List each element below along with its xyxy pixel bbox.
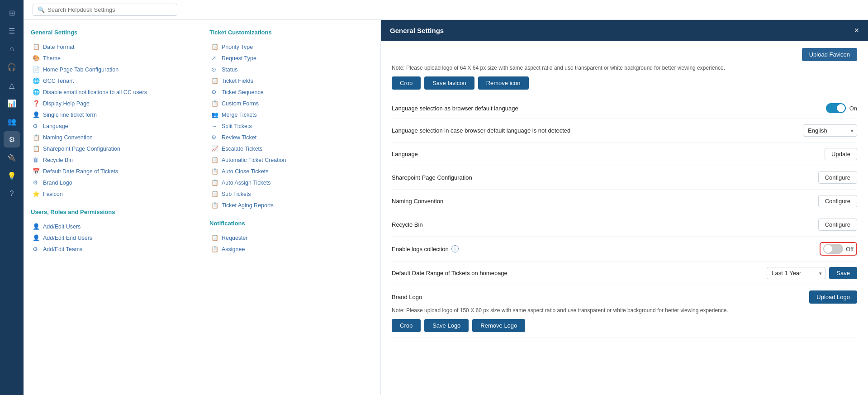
sidebar-item-brand-logo[interactable]: ⚙ Brand Logo bbox=[31, 177, 194, 188]
logs-info-icon[interactable]: i bbox=[451, 245, 459, 252]
sidebar-item-requester[interactable]: 📋 Requester bbox=[209, 232, 373, 243]
recycle-bin-button[interactable]: Configure bbox=[818, 219, 857, 231]
language-fallback-control: English French German Spanish bbox=[803, 124, 857, 137]
sidebar-item-single-line[interactable]: 👤 Single line ticket form bbox=[31, 109, 194, 120]
naming-convention-label: Naming Convention bbox=[392, 198, 443, 205]
ticket-sequence-icon: ⚙ bbox=[211, 89, 218, 95]
logs-toggle-highlight: Off bbox=[820, 242, 857, 256]
sidebar-item-language[interactable]: ⚙ Language bbox=[31, 120, 194, 132]
language-icon: ⚙ bbox=[33, 123, 40, 129]
headset-icon[interactable]: 🎧 bbox=[4, 59, 20, 75]
sidebar-item-date-range[interactable]: 📅 Default Date Range of Tickets bbox=[31, 166, 194, 177]
alert-icon[interactable]: △ bbox=[4, 77, 20, 93]
chart-icon[interactable]: 📊 bbox=[4, 95, 20, 111]
naming-convention-button[interactable]: Configure bbox=[818, 195, 857, 207]
sidebar-item-recycle[interactable]: 🗑 Recycle Bin bbox=[31, 154, 194, 166]
auto-close-icon: 📋 bbox=[211, 168, 218, 175]
menu-icon[interactable]: ☰ bbox=[4, 23, 20, 39]
sidebar-item-naming[interactable]: 📋 Naming Convention bbox=[31, 132, 194, 143]
language-update-button[interactable]: Update bbox=[825, 148, 857, 160]
language-fallback-select[interactable]: English French German Spanish bbox=[803, 124, 857, 137]
settings-content: General Settings 📋 Date Format 🎨 Theme 📄… bbox=[24, 20, 868, 395]
home-icon[interactable]: ⌂ bbox=[4, 41, 20, 57]
sidebar-item-assignee[interactable]: 📋 Assignee bbox=[209, 243, 373, 255]
plugin-icon[interactable]: 🔌 bbox=[4, 149, 20, 166]
gear-icon[interactable]: ⚙ bbox=[4, 131, 20, 148]
date-range-select[interactable]: Last 1 Year Last 6 Months Last 3 Months … bbox=[767, 267, 825, 279]
sidebar-item-theme[interactable]: 🎨 Theme bbox=[31, 52, 194, 64]
sidebar-item-favicon[interactable]: ⭐ Favicon bbox=[31, 188, 194, 200]
recycle-bin-label: Recycle Bin bbox=[392, 221, 423, 228]
sidebar-item-add-end-users[interactable]: 👤 Add/Edit End Users bbox=[31, 232, 194, 243]
language-fallback-label: Language selection in case browser defau… bbox=[392, 127, 570, 134]
sidebar-item-auto-assign[interactable]: 📋 Auto Assign Tickets bbox=[209, 177, 373, 188]
sharepoint-configure-button[interactable]: Configure bbox=[818, 171, 857, 184]
crop-logo-button[interactable]: Crop bbox=[392, 319, 421, 332]
sidebar-item-ticket-sequence[interactable]: ⚙ Ticket Sequence bbox=[209, 86, 373, 98]
add-users-icon: 👤 bbox=[33, 223, 40, 230]
upload-logo-button[interactable]: Upload Logo bbox=[809, 290, 857, 304]
lightbulb-icon[interactable]: 💡 bbox=[4, 167, 20, 184]
sidebar-item-request-type[interactable]: ↗ Request Type bbox=[209, 52, 373, 64]
question-icon[interactable]: ? bbox=[4, 186, 20, 202]
sidebar-item-auto-ticket-creation[interactable]: 📋 Automatic Ticket Creation bbox=[209, 154, 373, 166]
theme-icon: 🎨 bbox=[33, 55, 40, 62]
search-input[interactable] bbox=[47, 6, 172, 13]
sidebar-item-add-users[interactable]: 👤 Add/Edit Users bbox=[31, 221, 194, 232]
sidebar-item-split-tickets[interactable]: ↔ Split Tickets bbox=[209, 120, 373, 132]
settings-right-panel: General Settings × Upload Favicon Note: … bbox=[381, 20, 868, 395]
language-update-label: Language bbox=[392, 151, 418, 157]
brand-logo-action-buttons: Crop Save Logo Remove Logo bbox=[392, 319, 857, 332]
logs-toggle-label: Off bbox=[846, 246, 854, 252]
naming-convention-row: Naming Convention Configure bbox=[392, 190, 857, 213]
language-browser-toggle[interactable] bbox=[826, 103, 846, 113]
main-area: 🔍 General Settings 📋 Date Format 🎨 Theme… bbox=[24, 0, 868, 395]
notifications-title: Notifications bbox=[209, 220, 373, 227]
sidebar-item-escalate[interactable]: 📈 Escalate Tickets bbox=[209, 143, 373, 154]
upload-favicon-button[interactable]: Upload Favicon bbox=[802, 48, 857, 61]
users-icon[interactable]: 👥 bbox=[4, 113, 20, 129]
sidebar-item-display-help[interactable]: ❓ Display Help Page bbox=[31, 98, 194, 109]
sidebar-item-disable-email[interactable]: 🌐 Disable email notifications to all CC … bbox=[31, 86, 194, 98]
requester-icon: 📋 bbox=[211, 234, 218, 241]
sidebar-item-ticket-aging[interactable]: 📋 Ticket Aging Reports bbox=[209, 200, 373, 211]
status-icon: ⊙ bbox=[211, 66, 218, 73]
sidebar-item-status[interactable]: ⊙ Status bbox=[209, 64, 373, 75]
modal-body: Upload Favicon Note: Please upload logo … bbox=[381, 41, 868, 395]
sharepoint-icon: 📋 bbox=[33, 145, 40, 152]
brand-logo-section: Brand Logo Upload Logo Note: Please uplo… bbox=[392, 285, 857, 338]
sidebar-item-add-teams[interactable]: ⚙ Add/Edit Teams bbox=[31, 243, 194, 255]
modal-header: General Settings × bbox=[381, 20, 868, 41]
recycle-icon: 🗑 bbox=[33, 157, 40, 163]
ticket-customizations-col: Ticket Customizations 📋 Priority Type ↗ … bbox=[202, 20, 380, 395]
sidebar-item-sub-tickets[interactable]: 📋 Sub Tickets bbox=[209, 188, 373, 200]
sidebar-item-date-format[interactable]: 📋 Date Format bbox=[31, 41, 194, 52]
sidebar-item-review-ticket[interactable]: ⚙ Review Ticket bbox=[209, 132, 373, 143]
sidebar-item-auto-close[interactable]: 📋 Auto Close Tickets bbox=[209, 166, 373, 177]
home-tab-icon: 📄 bbox=[33, 66, 40, 73]
save-favicon-button[interactable]: Save favicon bbox=[424, 76, 474, 90]
brand-logo-icon: ⚙ bbox=[33, 179, 40, 186]
date-range-save-button[interactable]: Save bbox=[829, 267, 857, 279]
sidebar-item-sharepoint[interactable]: 📋 Sharepoint Page Configuration bbox=[31, 143, 194, 154]
sidebar-item-priority[interactable]: 📋 Priority Type bbox=[209, 41, 373, 52]
logs-toggle[interactable] bbox=[823, 244, 843, 254]
language-fallback-row: Language selection in case browser defau… bbox=[392, 119, 857, 143]
sidebar-item-merge-tickets[interactable]: 👥 Merge Tickets bbox=[209, 109, 373, 120]
close-button[interactable]: × bbox=[854, 26, 859, 34]
date-range-select-wrapper: Last 1 Year Last 6 Months Last 3 Months … bbox=[767, 267, 825, 279]
sidebar-item-ticket-fields[interactable]: 📋 Ticket Fields bbox=[209, 75, 373, 86]
logs-collection-row: Enable logs collection i Off bbox=[392, 237, 857, 262]
escalate-icon: 📈 bbox=[211, 145, 218, 152]
remove-logo-button[interactable]: Remove Logo bbox=[472, 319, 525, 332]
auto-creation-icon: 📋 bbox=[211, 157, 218, 163]
sidebar-item-gcc[interactable]: 🌐 GCC Tenant bbox=[31, 75, 194, 86]
recycle-bin-control: Configure bbox=[818, 219, 857, 231]
remove-icon-button[interactable]: Remove icon bbox=[478, 76, 529, 90]
favicon-icon: ⭐ bbox=[33, 190, 40, 197]
grid-icon[interactable]: ⊞ bbox=[4, 5, 20, 21]
save-logo-button[interactable]: Save Logo bbox=[424, 319, 469, 332]
sidebar-item-home-tab[interactable]: 📄 Home Page Tab Configuration bbox=[31, 64, 194, 75]
crop-favicon-button[interactable]: Crop bbox=[392, 76, 421, 90]
sidebar-item-custom-forms[interactable]: 📋 Custom Forms bbox=[209, 98, 373, 109]
